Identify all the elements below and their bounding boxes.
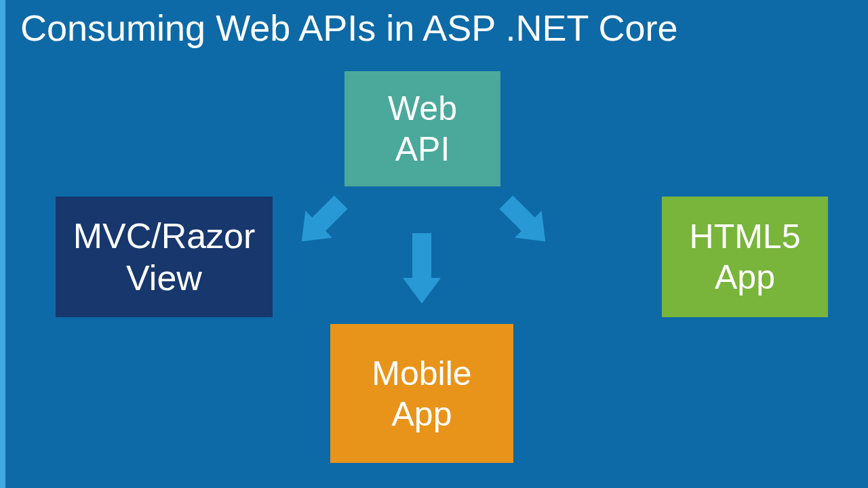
node-mobile-app: Mobile App: [330, 324, 513, 463]
node-mvc-line1: MVC/Razor: [73, 215, 256, 257]
node-mobile-line1: Mobile: [372, 353, 471, 394]
node-webapi: Web API: [344, 71, 500, 186]
node-webapi-line2: API: [395, 129, 450, 169]
node-html5-app: HTML5 App: [662, 197, 828, 317]
svg-marker-3: [403, 278, 441, 304]
node-mvc-line2: View: [126, 257, 202, 299]
svg-rect-2: [412, 233, 431, 279]
node-webapi-line1: Web: [388, 88, 457, 129]
node-mobile-line2: App: [392, 394, 452, 434]
arrow-webapi-to-mvc-icon: [287, 188, 355, 256]
node-html5-line1: HTML5: [690, 216, 801, 257]
arrow-webapi-to-html5-icon: [492, 188, 560, 256]
node-html5-line2: App: [715, 257, 775, 298]
node-mvc-razor: MVC/Razor View: [56, 197, 273, 317]
arrow-webapi-to-mobile-icon: [388, 229, 456, 307]
slide-title: Consuming Web APIs in ASP .NET Core: [20, 7, 677, 49]
accent-bar: [0, 0, 5, 488]
